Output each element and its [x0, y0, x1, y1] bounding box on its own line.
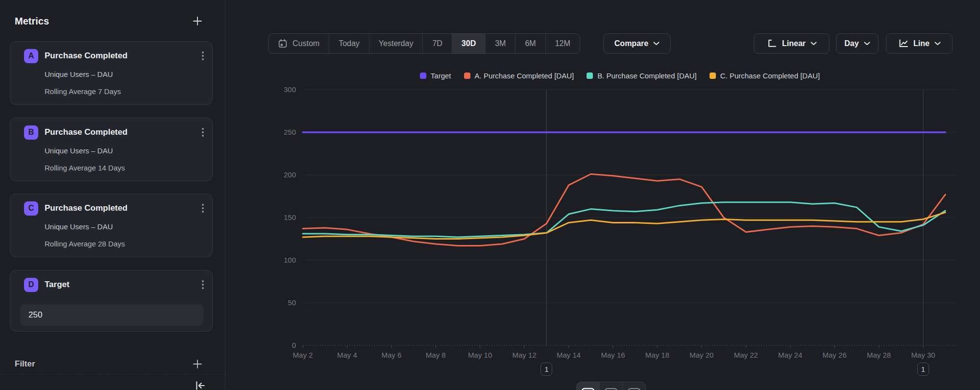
x-tick-label: May 6 [381, 351, 401, 359]
card-view-icon [627, 387, 641, 390]
legend-swatch-icon [710, 73, 716, 79]
metric-card-b[interactable]: B Purchase Completed Unique Users – DAU … [10, 118, 213, 181]
metric-card-a[interactable]: A Purchase Completed Unique Users – DAU … [10, 41, 213, 105]
view-toggle-card[interactable] [622, 382, 645, 390]
collapse-sidebar-button[interactable] [194, 379, 208, 390]
metric-measure: Unique Users – DAU [45, 70, 203, 78]
x-tick-label: May 20 [689, 351, 713, 359]
chevron-down-icon [653, 42, 660, 46]
legend-label: C. Purchase Completed [DAU] [720, 72, 820, 80]
metric-transform: Rolling Average 14 Days [45, 164, 203, 172]
x-tick-label: May 8 [426, 351, 446, 359]
x-tick-label: May 22 [734, 351, 758, 359]
date-range-control: Custom Today Yesterday 7D 30D 3M 6M 12M [268, 33, 580, 54]
series-line [303, 213, 945, 239]
metric-transform: Rolling Average 28 Days [45, 240, 203, 248]
compare-button[interactable]: Compare [603, 33, 671, 54]
range-30d[interactable]: 30D [452, 34, 485, 53]
metric-menu-button[interactable] [201, 127, 204, 137]
metric-title: Purchase Completed [45, 127, 127, 137]
chevron-down-icon [864, 42, 870, 46]
y-tick-label: 250 [284, 128, 296, 136]
metric-title: Purchase Completed [45, 203, 127, 213]
scale-selector-button[interactable]: Linear [754, 33, 830, 54]
metric-menu-button[interactable] [201, 280, 204, 290]
granularity-selector-button[interactable]: Day [836, 33, 879, 54]
sidebar-divider [0, 374, 225, 374]
legend-swatch-icon [464, 73, 470, 79]
target-value-input[interactable]: 250 [20, 304, 203, 326]
table-view-icon [604, 387, 618, 390]
legend-item[interactable]: Target [420, 72, 451, 80]
metric-title: Target [45, 280, 70, 290]
view-toggle-control [576, 382, 646, 390]
chart-legend: TargetA. Purchase Completed [DAU]B. Purc… [274, 72, 965, 80]
legend-item[interactable]: B. Purchase Completed [DAU] [587, 72, 697, 80]
x-tick-label: May 18 [645, 351, 669, 359]
panel-view-icon [581, 387, 595, 390]
range-3m[interactable]: 3M [485, 34, 515, 53]
plus-icon [192, 358, 203, 370]
sidebar-title: Metrics [15, 16, 49, 27]
view-toggle-table[interactable] [599, 382, 622, 390]
target-card[interactable]: D Target 250 [10, 270, 213, 332]
x-tick-label: May 30 [911, 351, 935, 359]
legend-label: Target [431, 72, 451, 80]
x-tick-label: May 24 [778, 351, 802, 359]
x-tick-label: May 14 [557, 351, 581, 359]
metric-measure: Unique Users – DAU [45, 222, 203, 231]
legend-label: B. Purchase Completed [DAU] [597, 72, 697, 80]
chart-canvas[interactable]: 050100150200250300May 2May 4May 6May 8Ma… [274, 83, 980, 390]
kebab-icon [201, 203, 204, 213]
x-tick-label: May 10 [468, 351, 492, 359]
metric-transform: Rolling Average 7 Days [45, 87, 203, 96]
metric-badge: C [24, 201, 38, 216]
y-tick-label: 100 [284, 256, 296, 264]
kebab-icon [201, 280, 204, 290]
annotation-badge[interactable]: 1 [540, 363, 552, 376]
metric-card-c[interactable]: C Purchase Completed Unique Users – DAU … [10, 194, 213, 257]
x-tick-label: May 2 [293, 351, 313, 359]
metric-menu-button[interactable] [201, 51, 204, 61]
chart-type-selector-button[interactable]: Line [886, 33, 953, 54]
range-yesterday[interactable]: Yesterday [369, 34, 423, 53]
metric-measure: Unique Users – DAU [45, 146, 203, 155]
filter-section-label: Filter [15, 359, 35, 369]
metrics-sidebar: Metrics A Purchase Completed Unique User… [0, 0, 225, 390]
legend-swatch-icon [420, 73, 426, 79]
kebab-icon [201, 51, 204, 61]
series-line [303, 202, 945, 237]
add-metric-button[interactable] [190, 14, 205, 28]
add-filter-button[interactable] [190, 357, 205, 371]
legend-item[interactable]: A. Purchase Completed [DAU] [464, 72, 574, 80]
y-tick-label: 50 [288, 298, 296, 307]
legend-swatch-icon [587, 73, 593, 79]
calendar-icon [278, 39, 288, 49]
legend-item[interactable]: C. Purchase Completed [DAU] [710, 72, 820, 80]
y-tick-label: 150 [284, 213, 296, 221]
kebab-icon [201, 127, 204, 137]
view-toggle-panel[interactable] [577, 382, 599, 390]
metric-menu-button[interactable] [201, 203, 204, 213]
x-tick-label: May 28 [867, 351, 891, 359]
x-tick-label: May 12 [513, 351, 537, 359]
range-6m[interactable]: 6M [515, 34, 545, 53]
range-12m[interactable]: 12M [545, 34, 580, 53]
metric-badge: D [24, 278, 38, 292]
y-tick-label: 0 [292, 341, 296, 349]
axis-linear-icon [766, 38, 777, 49]
legend-label: A. Purchase Completed [DAU] [475, 72, 574, 80]
x-tick-label: May 26 [823, 351, 847, 359]
range-today[interactable]: Today [329, 34, 369, 53]
range-custom[interactable]: Custom [269, 34, 329, 53]
x-tick-label: May 4 [337, 351, 357, 359]
range-label: Custom [293, 39, 319, 48]
plus-icon [192, 15, 203, 27]
metric-title: Purchase Completed [45, 51, 127, 61]
range-7d[interactable]: 7D [422, 34, 451, 53]
series-line [303, 174, 945, 245]
chevron-down-icon [810, 42, 817, 46]
annotation-badge[interactable]: 1 [917, 363, 929, 376]
metric-badge: B [24, 125, 38, 140]
chevron-down-icon [934, 42, 941, 46]
